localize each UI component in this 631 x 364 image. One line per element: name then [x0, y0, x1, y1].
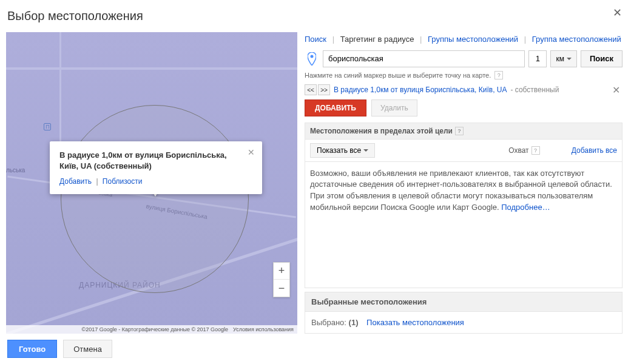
unit-dropdown[interactable]: км — [550, 50, 577, 67]
map-data-attr: ©2017 Google - Картографические данные ©… — [82, 326, 229, 332]
warning-box: Возможно, ваши объявления не привлекают … — [305, 162, 623, 289]
selected-locations-box: Выбранные местоположения Выбрано: (1) По… — [305, 292, 623, 334]
map-terms-link[interactable]: Условия использования — [233, 326, 294, 332]
selected-body: Выбрано: (1) Показать местоположения — [305, 312, 622, 333]
map-road — [6, 67, 297, 70]
search-button[interactable]: Поиск — [581, 50, 623, 67]
cancel-button[interactable]: Отмена — [63, 340, 112, 358]
distance-input[interactable] — [528, 50, 547, 67]
radius-result-row: << >> В радиусе 1,0км от вулиця Бориспіл… — [305, 84, 623, 96]
search-row: км Поиск — [305, 50, 623, 67]
help-icon[interactable]: ? — [531, 146, 540, 155]
add-button[interactable]: ДОБАВИТЬ — [305, 99, 366, 116]
warning-text: Возможно, ваши объявления не привлекают … — [310, 169, 612, 212]
chevron-down-icon — [363, 149, 368, 152]
learn-more-link[interactable]: Подробнее… — [501, 203, 550, 212]
separator: | — [420, 35, 422, 44]
radius-circle — [61, 105, 249, 293]
dialog-title: Выбор местоположения — [6, 6, 625, 32]
close-icon[interactable]: ✕ — [613, 6, 622, 19]
show-all-dropdown[interactable]: Показать все — [310, 143, 375, 158]
location-search-input[interactable] — [323, 50, 525, 67]
right-pane: Поиск | Таргетинг в радиусе | Группы мес… — [305, 32, 623, 334]
done-button[interactable]: Готово — [7, 340, 57, 358]
hint-text: Нажмите на синий маркер выше и выберите … — [305, 72, 491, 79]
show-locations-link[interactable]: Показать местоположения — [366, 318, 464, 327]
infowindow-title: В радиусе 1,0км от вулиця Бориспільська,… — [59, 150, 252, 171]
tab-search[interactable]: Поиск — [305, 35, 326, 44]
zoom-out-button[interactable]: − — [274, 280, 289, 297]
main-row: ⊓ льська вулиця Бориспільська Бориспільс… — [6, 32, 625, 334]
reach-column-header: Охват ? — [508, 146, 539, 155]
infowindow-close-icon[interactable]: ✕ — [248, 147, 255, 157]
zoom-in-button[interactable]: + — [274, 263, 289, 280]
tab-location-groups[interactable]: Группы местоположений — [428, 35, 518, 44]
chevron-down-icon — [567, 58, 572, 60]
result-close-icon[interactable]: ✕ — [610, 84, 623, 96]
result-own-label: - собственный — [510, 86, 559, 94]
svg-point-0 — [311, 55, 314, 58]
location-picker-dialog: Выбор местоположения ✕ ⊓ льська вулиця Б… — [0, 0, 631, 364]
zoom-control: + − — [273, 262, 290, 297]
tabs-row: Поиск | Таргетинг в радиусе | Группы мес… — [305, 32, 623, 50]
action-row: ДОБАВИТЬ Удалить — [305, 99, 623, 116]
inner-locations-header: Местоположения в пределах этой цели ? — [305, 123, 623, 140]
selected-count: (1) — [349, 318, 359, 327]
help-icon[interactable]: ? — [455, 127, 464, 135]
tab-location-group[interactable]: Группа местоположений — [532, 35, 621, 44]
street-label: льська — [6, 167, 25, 174]
table-head: Показать все Охват ? Добавить все — [305, 140, 623, 162]
prev-arrow-button[interactable]: << — [305, 84, 317, 95]
infowindow-nearby-link[interactable]: Поблизости — [103, 177, 143, 186]
unit-label: км — [556, 55, 564, 63]
result-link[interactable]: В радиусе 1,0км от вулиця Бориспільська,… — [334, 86, 507, 94]
inner-header-text: Местоположения в пределах этой цели — [310, 127, 453, 135]
infowindow-add-link[interactable]: Добавить — [59, 177, 92, 186]
separator: | — [524, 35, 526, 44]
help-icon[interactable]: ? — [494, 71, 503, 79]
show-all-label: Показать все — [317, 146, 361, 155]
map-infowindow: ✕ В радиусе 1,0км от вулиця Бориспільськ… — [50, 141, 262, 194]
map-pane[interactable]: ⊓ льська вулиця Бориспільська Бориспільс… — [6, 32, 297, 334]
tab-radius-targeting[interactable]: Таргетинг в радиусе — [340, 35, 414, 44]
map-attribution: ©2017 Google - Картографические данные ©… — [6, 325, 297, 334]
delete-button[interactable]: Удалить — [371, 99, 417, 116]
selected-count-label: Выбрано: — [311, 318, 346, 327]
selected-header: Выбранные местоположения — [305, 292, 622, 312]
add-all-link[interactable]: Добавить все — [572, 146, 617, 155]
bus-stop-icon: ⊓ — [44, 123, 51, 130]
separator: | — [96, 177, 98, 186]
reach-text: Охват — [508, 146, 528, 155]
pin-icon[interactable] — [305, 50, 319, 67]
separator: | — [332, 35, 334, 44]
footer-row: Готово Отмена — [7, 340, 112, 358]
infowindow-links: Добавить | Поблизости — [59, 177, 252, 186]
hint-row: Нажмите на синий маркер выше и выберите … — [305, 71, 623, 79]
nav-arrows: << >> — [305, 84, 330, 95]
next-arrow-button[interactable]: >> — [318, 84, 330, 95]
